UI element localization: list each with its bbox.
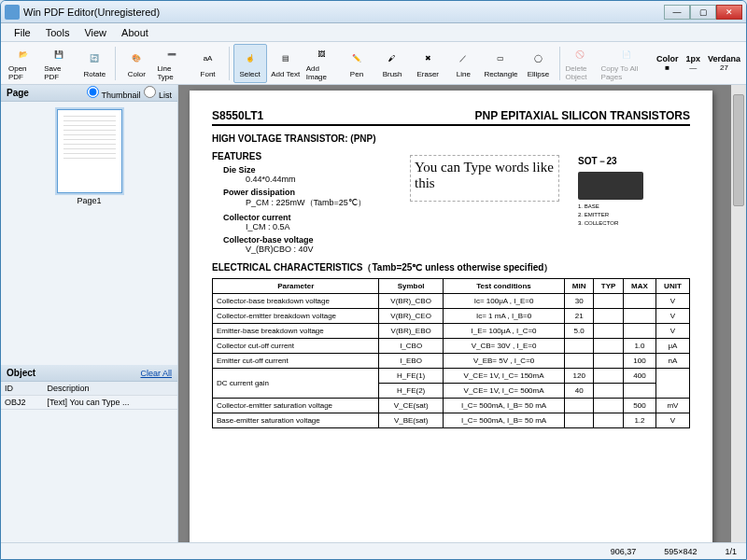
save-pdf-button[interactable]: 💾Save PDF (42, 44, 76, 83)
rotate-button[interactable]: 🔄Rotate (78, 44, 111, 83)
copy-all-pages-button: 📄Copy To All Pages (599, 44, 655, 83)
object-table: IDDescription OBJ2[Text] You can Type ..… (1, 382, 177, 410)
color-icon: 🎨 (126, 49, 147, 69)
add-image-button[interactable]: 🖼Add Image (304, 44, 338, 83)
rectangle-button[interactable]: ▭Rectangle (482, 44, 519, 83)
font-field[interactable]: Verdana27 (708, 54, 740, 72)
close-button[interactable]: ✕ (716, 5, 742, 20)
window-title: Win PDF Editor(Unregistered) (23, 7, 664, 18)
page-panel-header: Page Thumbnail List (1, 85, 177, 102)
ellipse-icon: ◯ (528, 49, 548, 69)
color-button[interactable]: 🎨Color (120, 44, 153, 83)
line-type-icon: ➖ (162, 46, 182, 63)
brush-icon: 🖌 (382, 49, 402, 69)
open-pdf-button[interactable]: 📂Open PDF (7, 44, 40, 83)
thumbnails-area: Page1 (1, 102, 177, 365)
line-button[interactable]: ／Line (446, 44, 480, 83)
menu-file[interactable]: File (7, 25, 38, 40)
eraser-icon: ✖ (417, 49, 438, 69)
status-page: 1/1 (725, 547, 737, 556)
document-area[interactable]: S8550LT1PNP EPITAXIAL SILICON TRANSISTOR… (178, 85, 746, 542)
app-icon (5, 5, 20, 20)
delete-object-button: 🚫Delete Object (563, 44, 597, 83)
menu-view[interactable]: View (77, 25, 114, 40)
rectangle-icon: ▭ (490, 49, 511, 69)
ellipse-button[interactable]: ◯Ellipse (521, 44, 555, 83)
line-icon: ／ (453, 49, 473, 69)
object-row[interactable]: OBJ2[Text] You can Type ... (1, 396, 177, 410)
copy-all-pages-icon: 📄 (616, 46, 637, 63)
pdf-page: S8550LT1PNP EPITAXIAL SILICON TRANSISTOR… (190, 91, 712, 542)
pen-icon: ✏️ (346, 49, 367, 69)
open-pdf-icon: 📂 (13, 46, 34, 63)
text-annotation[interactable]: You can Type words like this (410, 155, 559, 202)
toolbar-right: Color■ 1px— Verdana27 (656, 54, 740, 72)
vertical-scrollbar[interactable] (731, 85, 746, 542)
font-icon: aA (198, 49, 218, 69)
thumbnail-mode-radio[interactable]: Thumbnail (87, 86, 140, 100)
select-icon: ☝️ (240, 49, 261, 69)
status-coords: 906,37 (611, 547, 637, 556)
sidebar: Page Thumbnail List Page1 Object Clear A… (1, 85, 178, 542)
title-bar: Win PDF Editor(Unregistered) — ▢ ✕ (1, 1, 746, 23)
object-panel-header: Object Clear All (1, 365, 177, 382)
menu-about[interactable]: About (114, 25, 156, 40)
line-width-field[interactable]: 1px— (685, 54, 700, 72)
sot-package-diagram: SOT－23 1. BASE2. EMITTER3. COLLECTOR (578, 155, 690, 229)
page-thumbnail[interactable]: Page1 (57, 109, 122, 205)
eraser-button[interactable]: ✖Eraser (411, 44, 444, 83)
minimize-button[interactable]: — (664, 5, 690, 20)
add-image-icon: 🖼 (311, 46, 331, 63)
status-dims: 595×842 (664, 547, 697, 556)
status-bar: 906,37 595×842 1/1 (1, 542, 746, 559)
clear-all-link[interactable]: Clear All (140, 369, 172, 378)
brush-button[interactable]: 🖌Brush (375, 44, 409, 83)
app-window: Win PDF Editor(Unregistered) — ▢ ✕ FileT… (0, 0, 747, 560)
add-text-button[interactable]: ▤Add Text (269, 44, 303, 83)
toolbar: 📂Open PDF💾Save PDF🔄Rotate🎨Color➖Line Typ… (1, 42, 746, 85)
maximize-button[interactable]: ▢ (690, 5, 716, 20)
menu-tools[interactable]: Tools (38, 25, 78, 40)
select-button[interactable]: ☝️Select (233, 44, 267, 83)
list-mode-radio[interactable]: List (144, 86, 172, 100)
rotate-icon: 🔄 (84, 49, 105, 69)
line-type-button[interactable]: ➖Line Type (155, 44, 189, 83)
add-text-icon: ▤ (275, 49, 296, 69)
font-button[interactable]: aAFont (191, 44, 225, 83)
electrical-table: ParameterSymbolTest conditionsMINTYPMAXU… (212, 278, 690, 428)
color-field[interactable]: Color■ (656, 54, 679, 72)
save-pdf-icon: 💾 (49, 46, 69, 63)
pen-button[interactable]: ✏️Pen (340, 44, 374, 83)
delete-object-icon: 🚫 (570, 46, 590, 63)
menu-bar: FileToolsViewAbout (1, 23, 746, 42)
